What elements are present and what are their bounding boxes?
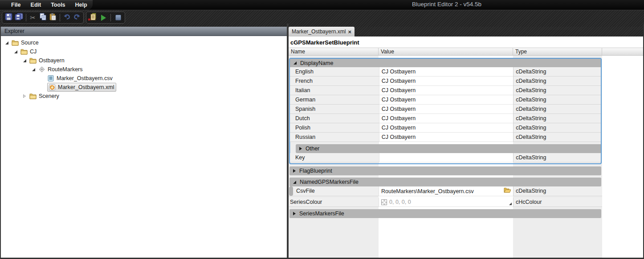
- expander-collapsed-icon[interactable]: [293, 212, 296, 215]
- export-blueprint-button[interactable]: *: [89, 13, 98, 22]
- save-all-icon: [15, 13, 23, 22]
- save-all-button[interactable]: [15, 13, 23, 22]
- property-row-italian[interactable]: Italian CJ Ostbayern cDeltaString: [290, 86, 601, 95]
- run-button[interactable]: [99, 13, 108, 22]
- selected-item-highlight[interactable]: Marker_Ostbayern.xml: [47, 83, 116, 92]
- tree-item-source[interactable]: Source: [1, 38, 287, 47]
- csv-path-value[interactable]: RouteMarkers\Marker_Ostbayern.csv: [381, 187, 474, 196]
- dropdown-grip-icon[interactable]: [509, 202, 512, 205]
- tree-item-marker-csv[interactable]: Marker_Ostbayern.csv: [1, 74, 287, 83]
- column-header-value[interactable]: Value: [379, 48, 513, 55]
- group-label: FlagBlueprint: [299, 168, 332, 174]
- undo-button[interactable]: [63, 13, 71, 22]
- expander-expanded-icon[interactable]: [293, 181, 296, 184]
- tree-item-marker-xml[interactable]: Marker_Ostbayern.xml: [1, 83, 287, 92]
- blueprint-file-icon: [49, 84, 57, 91]
- expander-expanded-icon[interactable]: [14, 50, 20, 53]
- tab-strip: Marker_Ostbayern.xml ×: [289, 27, 643, 36]
- tab-marker-ostbayern-xml[interactable]: Marker_Ostbayern.xml ×: [289, 27, 355, 36]
- explorer-tree: Source CJ Ostbayern: [1, 36, 287, 101]
- expander-collapsed-icon[interactable]: [23, 94, 29, 98]
- property-value[interactable]: CJ Ostbayern: [379, 114, 514, 123]
- paste-button[interactable]: [49, 13, 57, 22]
- toolbar: ✂: [0, 10, 644, 27]
- cut-icon: ✂: [30, 14, 36, 22]
- property-row-german[interactable]: German CJ Ostbayern cDeltaString: [290, 95, 601, 105]
- property-value[interactable]: CJ Ostbayern: [379, 95, 514, 105]
- tree-item-label: CJ: [29, 49, 37, 55]
- menu-edit[interactable]: Edit: [26, 0, 46, 10]
- column-header-name[interactable]: Name: [289, 48, 379, 55]
- toolbar-separator: [26, 14, 26, 21]
- menu-help[interactable]: Help: [70, 0, 92, 10]
- property-type: cDeltaString: [513, 133, 601, 142]
- property-row-french[interactable]: French CJ Ostbayern cDeltaString: [290, 77, 601, 86]
- copy-button[interactable]: [39, 13, 47, 22]
- property-type: cDeltaString: [513, 114, 601, 123]
- group-header-flagblueprint[interactable]: FlagBlueprint: [289, 166, 601, 175]
- property-name: Italian: [290, 86, 379, 95]
- browse-file-button[interactable]: [504, 187, 511, 196]
- toolbar-separator: [110, 14, 111, 21]
- property-row-english[interactable]: English CJ Ostbayern cDeltaString: [290, 67, 601, 77]
- export-blueprint-icon: [90, 13, 97, 22]
- save-button[interactable]: [4, 13, 13, 22]
- tree-item-scenery[interactable]: Scenery: [1, 92, 287, 101]
- property-grid: DisplayName English CJ Ostbayern cDeltaS…: [289, 56, 602, 258]
- stop-button[interactable]: [114, 13, 122, 22]
- cut-button[interactable]: ✂: [29, 13, 37, 22]
- property-row-key[interactable]: Key cDeltaString: [290, 153, 601, 162]
- group-header-namedgpsmarkersfile[interactable]: NamedGPSMarkersFile: [289, 178, 601, 186]
- menu-file[interactable]: File: [6, 0, 26, 10]
- paste-icon: [49, 13, 57, 22]
- property-value[interactable]: CJ Ostbayern: [379, 105, 514, 114]
- property-row-csvfile[interactable]: CsvFile RouteMarkers\Marker_Ostbayern.cs…: [289, 186, 602, 196]
- close-icon[interactable]: ×: [348, 29, 351, 35]
- redo-button[interactable]: [73, 13, 81, 22]
- column-header-filler: [602, 48, 643, 55]
- explorer-panel-header: Explorer: [1, 27, 287, 36]
- group-header-seriesmarkersfile[interactable]: SeriesMarkersFile: [289, 209, 601, 218]
- property-type: cDeltaString: [513, 123, 601, 133]
- folder-icon: [29, 93, 37, 100]
- property-row-spanish[interactable]: Spanish CJ Ostbayern cDeltaString: [290, 105, 601, 114]
- tree-item-ostbayern[interactable]: Ostbayern: [1, 56, 287, 65]
- property-row-seriescolour[interactable]: SeriesColour 0, 0, 0, 0 cHcColour: [289, 198, 602, 207]
- property-value[interactable]: CJ Ostbayern: [379, 133, 514, 142]
- expander-expanded-icon[interactable]: [32, 68, 38, 71]
- expander-collapsed-icon[interactable]: [299, 147, 302, 150]
- csv-file-icon: [47, 75, 55, 82]
- property-value[interactable]: CJ Ostbayern: [379, 77, 514, 86]
- tree-item-routemarkers[interactable]: RouteMarkers: [1, 65, 287, 74]
- property-type: cDeltaString: [513, 95, 601, 105]
- tree-item-cj[interactable]: CJ: [1, 47, 287, 56]
- colour-value[interactable]: 0, 0, 0, 0: [389, 198, 411, 206]
- expander-expanded-icon[interactable]: [293, 61, 297, 65]
- column-header-type[interactable]: Type: [513, 48, 602, 55]
- group-header-displayname[interactable]: DisplayName: [290, 59, 601, 67]
- property-value[interactable]: [379, 153, 514, 162]
- property-value[interactable]: 0, 0, 0, 0: [379, 198, 513, 207]
- property-value[interactable]: RouteMarkers\Marker_Ostbayern.csv: [379, 186, 513, 196]
- tree-item-label: Marker_Ostbayern.csv: [55, 75, 113, 81]
- property-value[interactable]: CJ Ostbayern: [379, 86, 514, 95]
- expander-collapsed-icon[interactable]: [293, 169, 296, 173]
- group-label: DisplayName: [300, 60, 333, 66]
- property-row-russian[interactable]: Russian CJ Ostbayern cDeltaString: [290, 133, 601, 142]
- menu-bar: File Edit Tools Help: [6, 0, 92, 10]
- property-name: Dutch: [290, 114, 379, 123]
- expander-expanded-icon[interactable]: [23, 59, 29, 62]
- title-bar: File Edit Tools Help Blueprint Editor 2 …: [0, 0, 644, 10]
- property-value[interactable]: CJ Ostbayern: [379, 123, 514, 133]
- group-header-other[interactable]: Other: [296, 144, 601, 153]
- colour-swatch[interactable]: [381, 199, 387, 205]
- property-name: Key: [290, 153, 379, 162]
- property-row-dutch[interactable]: Dutch CJ Ostbayern cDeltaString: [290, 114, 601, 123]
- menu-tools[interactable]: Tools: [46, 0, 70, 10]
- group-label: NamedGPSMarkersFile: [300, 179, 359, 185]
- save-icon: [5, 13, 12, 22]
- explorer-panel: Explorer Source CJ: [1, 27, 287, 258]
- expander-expanded-icon[interactable]: [5, 41, 12, 45]
- property-row-polish[interactable]: Polish CJ Ostbayern cDeltaString: [290, 123, 601, 133]
- property-value[interactable]: CJ Ostbayern: [379, 67, 514, 77]
